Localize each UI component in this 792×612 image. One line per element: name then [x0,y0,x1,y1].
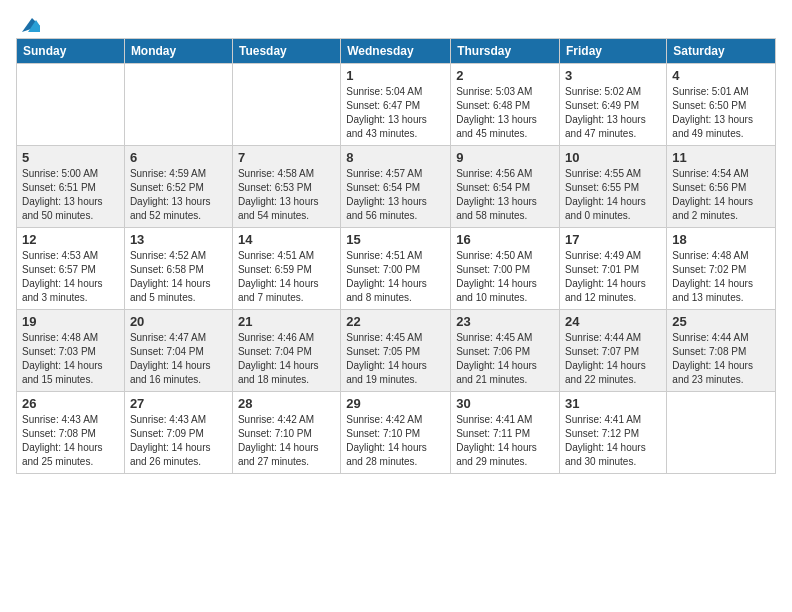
day-info: Sunrise: 4:45 AM Sunset: 7:06 PM Dayligh… [456,331,554,387]
calendar-week-row: 1Sunrise: 5:04 AM Sunset: 6:47 PM Daylig… [17,64,776,146]
day-number: 2 [456,68,554,83]
day-number: 28 [238,396,335,411]
weekday-header-sunday: Sunday [17,39,125,64]
calendar-cell: 4Sunrise: 5:01 AM Sunset: 6:50 PM Daylig… [667,64,776,146]
day-info: Sunrise: 4:51 AM Sunset: 6:59 PM Dayligh… [238,249,335,305]
calendar-cell: 15Sunrise: 4:51 AM Sunset: 7:00 PM Dayli… [341,228,451,310]
calendar-cell: 5Sunrise: 5:00 AM Sunset: 6:51 PM Daylig… [17,146,125,228]
day-number: 15 [346,232,445,247]
day-info: Sunrise: 4:48 AM Sunset: 7:02 PM Dayligh… [672,249,770,305]
day-number: 19 [22,314,119,329]
calendar-cell: 29Sunrise: 4:42 AM Sunset: 7:10 PM Dayli… [341,392,451,474]
day-info: Sunrise: 5:02 AM Sunset: 6:49 PM Dayligh… [565,85,661,141]
day-number: 16 [456,232,554,247]
calendar-cell: 26Sunrise: 4:43 AM Sunset: 7:08 PM Dayli… [17,392,125,474]
weekday-header-tuesday: Tuesday [232,39,340,64]
day-number: 1 [346,68,445,83]
day-info: Sunrise: 4:58 AM Sunset: 6:53 PM Dayligh… [238,167,335,223]
day-number: 4 [672,68,770,83]
day-number: 26 [22,396,119,411]
day-number: 10 [565,150,661,165]
day-info: Sunrise: 4:46 AM Sunset: 7:04 PM Dayligh… [238,331,335,387]
weekday-header-monday: Monday [124,39,232,64]
day-info: Sunrise: 5:03 AM Sunset: 6:48 PM Dayligh… [456,85,554,141]
calendar-cell: 3Sunrise: 5:02 AM Sunset: 6:49 PM Daylig… [560,64,667,146]
logo [16,16,42,30]
weekday-header-wednesday: Wednesday [341,39,451,64]
day-number: 13 [130,232,227,247]
weekday-header-saturday: Saturday [667,39,776,64]
day-info: Sunrise: 4:57 AM Sunset: 6:54 PM Dayligh… [346,167,445,223]
day-info: Sunrise: 4:59 AM Sunset: 6:52 PM Dayligh… [130,167,227,223]
day-number: 3 [565,68,661,83]
day-info: Sunrise: 4:56 AM Sunset: 6:54 PM Dayligh… [456,167,554,223]
day-number: 7 [238,150,335,165]
calendar-cell: 14Sunrise: 4:51 AM Sunset: 6:59 PM Dayli… [232,228,340,310]
logo-icon [18,16,40,34]
day-info: Sunrise: 4:53 AM Sunset: 6:57 PM Dayligh… [22,249,119,305]
calendar-cell [232,64,340,146]
day-number: 14 [238,232,335,247]
calendar-cell: 17Sunrise: 4:49 AM Sunset: 7:01 PM Dayli… [560,228,667,310]
calendar-cell: 10Sunrise: 4:55 AM Sunset: 6:55 PM Dayli… [560,146,667,228]
day-number: 29 [346,396,445,411]
calendar-week-row: 12Sunrise: 4:53 AM Sunset: 6:57 PM Dayli… [17,228,776,310]
day-number: 5 [22,150,119,165]
day-info: Sunrise: 4:41 AM Sunset: 7:12 PM Dayligh… [565,413,661,469]
day-number: 24 [565,314,661,329]
calendar-cell: 18Sunrise: 4:48 AM Sunset: 7:02 PM Dayli… [667,228,776,310]
calendar-cell: 31Sunrise: 4:41 AM Sunset: 7:12 PM Dayli… [560,392,667,474]
day-info: Sunrise: 4:45 AM Sunset: 7:05 PM Dayligh… [346,331,445,387]
calendar-cell: 11Sunrise: 4:54 AM Sunset: 6:56 PM Dayli… [667,146,776,228]
calendar-week-row: 5Sunrise: 5:00 AM Sunset: 6:51 PM Daylig… [17,146,776,228]
calendar-cell: 21Sunrise: 4:46 AM Sunset: 7:04 PM Dayli… [232,310,340,392]
day-number: 6 [130,150,227,165]
calendar-week-row: 26Sunrise: 4:43 AM Sunset: 7:08 PM Dayli… [17,392,776,474]
calendar-cell: 24Sunrise: 4:44 AM Sunset: 7:07 PM Dayli… [560,310,667,392]
calendar-cell: 8Sunrise: 4:57 AM Sunset: 6:54 PM Daylig… [341,146,451,228]
calendar-cell: 6Sunrise: 4:59 AM Sunset: 6:52 PM Daylig… [124,146,232,228]
day-number: 17 [565,232,661,247]
day-number: 12 [22,232,119,247]
calendar-header-row: SundayMondayTuesdayWednesdayThursdayFrid… [17,39,776,64]
day-info: Sunrise: 4:51 AM Sunset: 7:00 PM Dayligh… [346,249,445,305]
day-info: Sunrise: 5:04 AM Sunset: 6:47 PM Dayligh… [346,85,445,141]
day-number: 23 [456,314,554,329]
calendar-cell: 2Sunrise: 5:03 AM Sunset: 6:48 PM Daylig… [451,64,560,146]
day-number: 8 [346,150,445,165]
day-info: Sunrise: 4:41 AM Sunset: 7:11 PM Dayligh… [456,413,554,469]
day-number: 27 [130,396,227,411]
calendar-cell: 1Sunrise: 5:04 AM Sunset: 6:47 PM Daylig… [341,64,451,146]
calendar-cell: 22Sunrise: 4:45 AM Sunset: 7:05 PM Dayli… [341,310,451,392]
calendar-cell: 20Sunrise: 4:47 AM Sunset: 7:04 PM Dayli… [124,310,232,392]
day-info: Sunrise: 4:52 AM Sunset: 6:58 PM Dayligh… [130,249,227,305]
day-info: Sunrise: 4:43 AM Sunset: 7:08 PM Dayligh… [22,413,119,469]
calendar-cell: 7Sunrise: 4:58 AM Sunset: 6:53 PM Daylig… [232,146,340,228]
calendar-cell: 9Sunrise: 4:56 AM Sunset: 6:54 PM Daylig… [451,146,560,228]
calendar-cell: 30Sunrise: 4:41 AM Sunset: 7:11 PM Dayli… [451,392,560,474]
day-number: 20 [130,314,227,329]
calendar-cell: 23Sunrise: 4:45 AM Sunset: 7:06 PM Dayli… [451,310,560,392]
calendar-cell: 13Sunrise: 4:52 AM Sunset: 6:58 PM Dayli… [124,228,232,310]
calendar-cell [124,64,232,146]
header [16,16,776,30]
day-info: Sunrise: 4:55 AM Sunset: 6:55 PM Dayligh… [565,167,661,223]
weekday-header-friday: Friday [560,39,667,64]
weekday-header-thursday: Thursday [451,39,560,64]
day-number: 22 [346,314,445,329]
calendar-cell [667,392,776,474]
day-number: 25 [672,314,770,329]
day-info: Sunrise: 4:50 AM Sunset: 7:00 PM Dayligh… [456,249,554,305]
calendar-cell: 16Sunrise: 4:50 AM Sunset: 7:00 PM Dayli… [451,228,560,310]
day-info: Sunrise: 4:42 AM Sunset: 7:10 PM Dayligh… [346,413,445,469]
day-info: Sunrise: 5:00 AM Sunset: 6:51 PM Dayligh… [22,167,119,223]
day-info: Sunrise: 4:44 AM Sunset: 7:07 PM Dayligh… [565,331,661,387]
day-info: Sunrise: 4:49 AM Sunset: 7:01 PM Dayligh… [565,249,661,305]
day-info: Sunrise: 5:01 AM Sunset: 6:50 PM Dayligh… [672,85,770,141]
calendar-cell [17,64,125,146]
day-number: 21 [238,314,335,329]
day-info: Sunrise: 4:48 AM Sunset: 7:03 PM Dayligh… [22,331,119,387]
calendar-cell: 27Sunrise: 4:43 AM Sunset: 7:09 PM Dayli… [124,392,232,474]
day-number: 30 [456,396,554,411]
day-number: 18 [672,232,770,247]
